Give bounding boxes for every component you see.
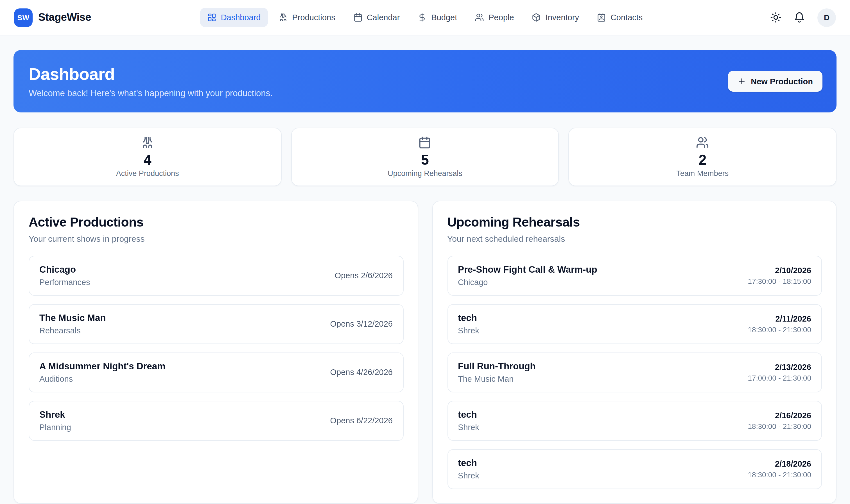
production-row[interactable]: Shrek Planning Opens 6/22/2026: [29, 401, 403, 441]
stat-label: Upcoming Rehearsals: [387, 169, 463, 178]
nav-item-contacts[interactable]: Contacts: [590, 8, 650, 27]
rehearsal-time: 18:30:00 - 21:30:00: [748, 470, 811, 479]
nav-label: Inventory: [546, 13, 579, 22]
main-nav: Dashboard Productions Calendar Budget Pe…: [200, 8, 650, 27]
panel-subtitle: Your current shows in progress: [29, 234, 403, 244]
stat-label: Active Productions: [116, 169, 179, 178]
rehearsal-time: 17:30:00 - 18:15:00: [748, 277, 811, 285]
production-opens: Opens 4/26/2026: [330, 368, 393, 377]
rehearsal-name: Pre-Show Fight Call & Warm-up: [458, 264, 597, 275]
stat-card-active-productions: 4 Active Productions: [14, 128, 282, 186]
users-icon: [475, 13, 484, 22]
rehearsal-production: Shrek: [458, 326, 479, 335]
theater-icon: [141, 136, 154, 149]
rehearsal-date: 2/11/2026: [748, 314, 811, 323]
production-row[interactable]: The Music Man Rehearsals Opens 3/12/2026: [29, 304, 403, 344]
sun-icon: [770, 12, 781, 23]
nav-label: Calendar: [367, 13, 400, 22]
app: SW StageWise Dashboard Productions Calen…: [0, 0, 850, 504]
stat-value: 2: [699, 151, 706, 168]
brand[interactable]: SW StageWise: [14, 8, 91, 27]
stats-row: 4 Active Productions 5 Upcoming Rehearsa…: [14, 128, 836, 186]
dashboard-icon: [207, 13, 216, 22]
stat-value: 5: [421, 151, 429, 168]
rehearsal-date: 2/16/2026: [748, 411, 811, 420]
rehearsal-list: Pre-Show Fight Call & Warm-up Chicago 2/…: [447, 256, 822, 489]
production-stage: Auditions: [39, 374, 166, 383]
rehearsal-date: 2/18/2026: [748, 459, 811, 468]
new-production-label: New Production: [751, 77, 813, 86]
nav-item-people[interactable]: People: [468, 8, 521, 27]
main-content: Dashboard Welcome back! Here's what's ha…: [0, 50, 850, 504]
nav-label: Budget: [431, 13, 457, 22]
nav-item-dashboard[interactable]: Dashboard: [200, 8, 268, 27]
rehearsal-production: Shrek: [458, 471, 479, 480]
stat-card-team-members: 2 Team Members: [568, 128, 836, 186]
production-name: Shrek: [39, 409, 71, 420]
package-icon: [532, 13, 541, 22]
nav-item-productions[interactable]: Productions: [272, 8, 343, 27]
rehearsal-row[interactable]: Pre-Show Fight Call & Warm-up Chicago 2/…: [447, 256, 822, 296]
stat-card-upcoming-rehearsals: 5 Upcoming Rehearsals: [291, 128, 559, 186]
notifications-button[interactable]: [794, 12, 806, 23]
nav-item-calendar[interactable]: Calendar: [346, 8, 407, 27]
rehearsal-row[interactable]: Full Run-Through The Music Man 2/13/2026…: [447, 353, 822, 392]
theme-toggle-button[interactable]: [770, 12, 782, 23]
panel-subtitle: Your next scheduled rehearsals: [447, 234, 822, 244]
app-header: SW StageWise Dashboard Productions Calen…: [0, 0, 850, 35]
nav-item-inventory[interactable]: Inventory: [525, 8, 586, 27]
production-opens: Opens 2/6/2026: [335, 271, 393, 280]
production-opens: Opens 3/12/2026: [330, 319, 393, 328]
production-stage: Rehearsals: [39, 326, 106, 335]
rehearsal-date: 2/10/2026: [748, 266, 811, 275]
production-opens: Opens 6/22/2026: [330, 416, 393, 425]
users-icon: [696, 136, 709, 149]
panel-title: Active Productions: [29, 215, 403, 230]
stat-value: 4: [144, 151, 151, 168]
rehearsal-production: Chicago: [458, 278, 597, 287]
contact-icon: [597, 13, 606, 22]
production-name: Chicago: [39, 264, 90, 275]
production-stage: Performances: [39, 278, 90, 287]
rehearsal-row[interactable]: tech Shrek 2/18/2026 18:30:00 - 21:30:00: [447, 449, 822, 489]
production-name: The Music Man: [39, 312, 106, 323]
rehearsal-production: The Music Man: [458, 374, 536, 383]
rehearsal-time: 18:30:00 - 21:30:00: [748, 422, 811, 430]
rehearsal-row[interactable]: tech Shrek 2/11/2026 18:30:00 - 21:30:00: [447, 304, 822, 344]
dollar-icon: [418, 13, 427, 22]
header-actions: D: [770, 8, 836, 27]
production-row[interactable]: A Midsummer Night's Dream Auditions Open…: [29, 353, 403, 392]
avatar[interactable]: D: [817, 8, 836, 27]
hero-banner: Dashboard Welcome back! Here's what's ha…: [14, 50, 836, 112]
production-row[interactable]: Chicago Performances Opens 2/6/2026: [29, 256, 403, 296]
panel-title: Upcoming Rehearsals: [447, 215, 822, 230]
nav-label: People: [489, 13, 514, 22]
nav-label: Contacts: [611, 13, 643, 22]
rehearsal-time: 17:00:00 - 21:30:00: [748, 374, 811, 382]
rehearsal-production: Shrek: [458, 423, 479, 432]
stat-label: Team Members: [676, 169, 728, 178]
rehearsal-row[interactable]: tech Shrek 2/16/2026 18:30:00 - 21:30:00: [447, 401, 822, 441]
rehearsal-name: tech: [458, 312, 479, 323]
rehearsal-time: 18:30:00 - 21:30:00: [748, 325, 811, 334]
page-title: Dashboard: [29, 65, 273, 83]
nav-item-budget[interactable]: Budget: [410, 8, 464, 27]
new-production-button[interactable]: New Production: [728, 71, 822, 92]
upcoming-rehearsals-panel: Upcoming Rehearsals Your next scheduled …: [432, 201, 836, 504]
rehearsal-date: 2/13/2026: [748, 362, 811, 371]
rehearsal-name: Full Run-Through: [458, 361, 536, 372]
nav-label: Dashboard: [221, 13, 261, 22]
active-productions-panel: Active Productions Your current shows in…: [14, 201, 418, 504]
rehearsal-name: tech: [458, 409, 479, 420]
hero-text: Dashboard Welcome back! Here's what's ha…: [29, 65, 273, 98]
brand-name: StageWise: [38, 11, 91, 24]
production-stage: Planning: [39, 423, 71, 432]
app-logo: SW: [14, 8, 33, 27]
rehearsal-name: tech: [458, 457, 479, 468]
calendar-icon: [353, 13, 362, 22]
calendar-icon: [418, 136, 432, 149]
bell-icon: [794, 12, 805, 23]
production-list: Chicago Performances Opens 2/6/2026 The …: [29, 256, 403, 441]
panels-row: Active Productions Your current shows in…: [14, 201, 836, 504]
nav-label: Productions: [292, 13, 335, 22]
